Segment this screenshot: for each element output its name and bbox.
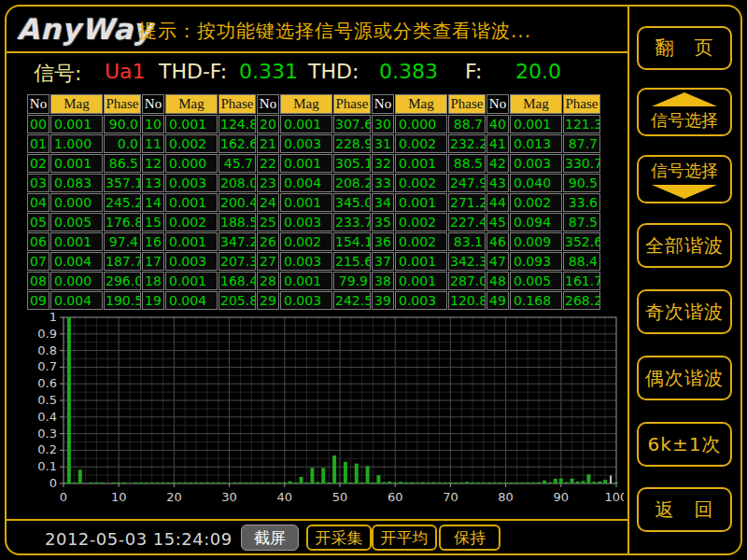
no-cell: 48: [486, 272, 509, 290]
phase-cell: 342.3: [448, 252, 486, 271]
mag-cell: 0.000: [395, 115, 447, 133]
phase-cell: 287.0: [448, 272, 486, 290]
phase-cell: 88.7: [448, 115, 486, 133]
sidebar-button-all-harmonics[interactable]: 全部谐波: [637, 223, 732, 268]
mag-cell: 0.003: [280, 291, 332, 310]
phase-cell: 296.0: [104, 272, 141, 290]
mag-cell: 0.083: [50, 174, 103, 192]
no-cell: 17: [142, 252, 164, 271]
phase-cell: 90.0: [104, 115, 141, 133]
no-cell: 01: [27, 134, 49, 153]
table-row: 000.00190.0100.001124.8200.001307.6300.0…: [27, 115, 600, 133]
triangle-up-icon: [652, 92, 717, 106]
mag-cell: 0.005: [50, 213, 103, 231]
phase-cell: 268.2: [563, 291, 600, 310]
phase-cell: 357.1: [104, 174, 141, 192]
frequency-value: 20.0: [515, 60, 561, 83]
mag-header: Mag: [280, 94, 332, 114]
mag-cell: 0.001: [395, 193, 447, 212]
sidebar-divider: [627, 7, 629, 553]
table-row: 040.000245.2140.001200.4240.001345.0340.…: [27, 193, 600, 212]
no-cell: 21: [257, 134, 279, 153]
no-cell: 41: [486, 134, 509, 153]
phase-cell: 86.5: [104, 154, 141, 173]
sidebar-button-return[interactable]: 返 回: [637, 487, 732, 532]
footer-button-screenshot[interactable]: 截屏: [241, 525, 299, 551]
svg-text:0.7: 0.7: [37, 359, 57, 373]
sidebar-button-6k-plus-minus-1[interactable]: 6k±1次: [637, 422, 732, 467]
no-cell: 45: [486, 213, 509, 231]
svg-text:80: 80: [498, 490, 514, 504]
no-cell: 38: [372, 272, 394, 290]
no-cell: 23: [257, 174, 279, 192]
mag-cell: 0.001: [50, 232, 103, 251]
sidebar-button-label: 偶次谐波: [645, 366, 724, 391]
sidebar-button-label: 全部谐波: [645, 233, 724, 259]
phase-cell: 233.7: [333, 213, 371, 231]
sidebar-button-label: 信号选择: [651, 160, 718, 182]
svg-text:50: 50: [332, 490, 348, 504]
mag-cell: 0.003: [395, 291, 447, 310]
footer-button-start-average[interactable]: 开平均: [372, 525, 437, 551]
mag-cell: 0.002: [165, 134, 218, 153]
sidebar-button-page-flip[interactable]: 翻 页: [637, 26, 732, 70]
phase-cell: 188.5: [218, 213, 256, 231]
phase-cell: 79.9: [333, 272, 371, 290]
mag-cell: 0.000: [50, 272, 103, 290]
mag-cell: 0.002: [395, 213, 447, 231]
sidebar-button-signal-select-down[interactable]: 信号选择: [637, 155, 732, 203]
signal-label: 信号:: [34, 60, 81, 88]
mag-cell: 0.093: [510, 252, 562, 271]
svg-text:30: 30: [221, 490, 237, 504]
svg-text:0.9: 0.9: [37, 327, 57, 341]
mag-cell: 0.001: [280, 154, 332, 173]
table-row: 030.083357.1130.003208.0230.004208.2330.…: [27, 174, 600, 192]
mag-cell: 0.001: [165, 115, 218, 133]
svg-text:100: 100: [605, 490, 624, 504]
sidebar-button-signal-select-up[interactable]: 信号选择: [637, 88, 732, 136]
no-header: No: [257, 94, 279, 114]
no-cell: 18: [142, 272, 164, 290]
no-cell: 05: [27, 213, 49, 231]
no-cell: 15: [142, 213, 164, 231]
phase-cell: 0.0: [104, 134, 141, 153]
table-row: 011.0000.0110.002162.6210.003228.9310.00…: [27, 134, 600, 153]
phase-cell: 208.2: [333, 174, 371, 192]
mag-cell: 0.013: [510, 134, 562, 153]
mag-cell: 0.000: [50, 193, 103, 212]
phase-cell: 120.8: [448, 291, 486, 310]
no-cell: 35: [372, 213, 394, 231]
phase-cell: 330.7: [563, 154, 600, 173]
mag-cell: 0.168: [510, 291, 562, 310]
svg-text:0.1: 0.1: [37, 459, 57, 473]
table-row: 080.000296.0180.001168.4280.00179.9380.0…: [27, 272, 600, 290]
no-cell: 10: [142, 115, 164, 133]
mag-cell: 0.001: [395, 154, 447, 173]
no-cell: 06: [27, 232, 49, 251]
mag-cell: 0.002: [395, 174, 447, 192]
mag-cell: 0.002: [510, 193, 562, 212]
no-cell: 32: [372, 154, 394, 173]
no-cell: 25: [257, 213, 279, 231]
sidebar-button-odd-harmonics[interactable]: 奇次谐波: [637, 289, 732, 334]
no-cell: 49: [486, 291, 509, 310]
mag-cell: 0.040: [510, 174, 562, 192]
no-header: No: [142, 94, 164, 114]
mag-cell: 0.000: [165, 154, 218, 173]
no-cell: 20: [257, 115, 279, 133]
phase-cell: 271.2: [448, 193, 486, 212]
frequency-label: F:: [465, 60, 482, 83]
no-cell: 28: [257, 272, 279, 290]
triangle-down-icon: [652, 185, 717, 199]
svg-text:20: 20: [166, 490, 182, 504]
phase-cell: 307.6: [333, 115, 371, 133]
no-cell: 37: [372, 252, 394, 271]
no-cell: 26: [257, 232, 279, 251]
sidebar-button-even-harmonics[interactable]: 偶次谐波: [637, 356, 732, 400]
footer-button-start-capture[interactable]: 开采集: [306, 525, 372, 551]
footer-button-hold[interactable]: 保持: [439, 525, 500, 551]
mag-cell: 0.003: [280, 252, 332, 271]
phase-cell: 87.7: [563, 134, 600, 153]
sidebar-button-label: 翻 页: [655, 35, 714, 61]
no-cell: 27: [257, 252, 279, 271]
